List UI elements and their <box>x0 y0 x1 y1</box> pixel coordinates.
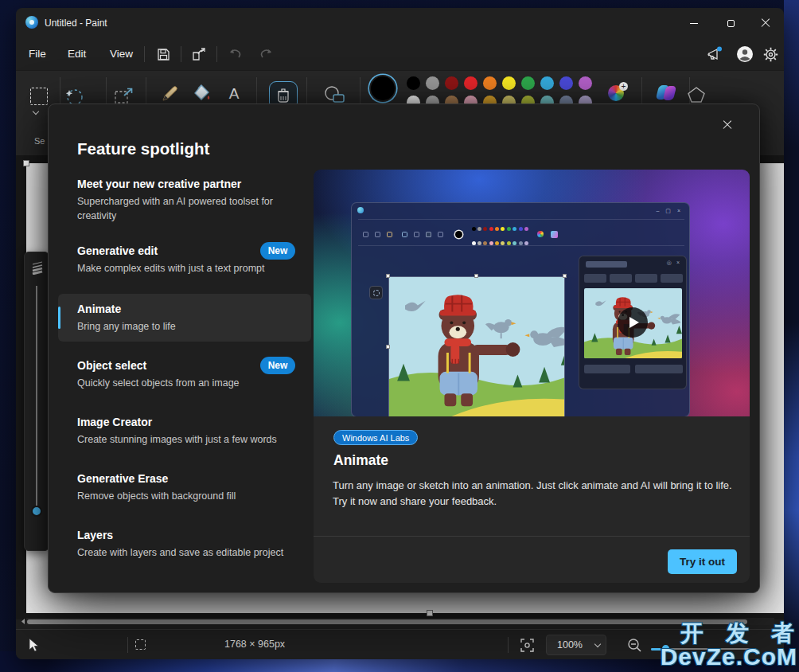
color-swatch[interactable] <box>464 76 477 90</box>
text-tool-icon: A <box>229 85 240 103</box>
try-it-out-button[interactable]: Try it out <box>668 549 737 574</box>
feature-desc: Create with layers and save as editable … <box>77 545 297 560</box>
copilot-icon <box>657 84 676 100</box>
edit-colors-button[interactable] <box>608 85 624 101</box>
pentagon-icon <box>687 86 706 104</box>
watermark-line1: 开 发 者 <box>661 622 799 645</box>
preview-color-dot <box>495 227 499 231</box>
preview-color-dot <box>524 241 528 245</box>
feature-item-object-select[interactable]: Object select Quickly select objects fro… <box>58 359 311 390</box>
shapes-tool[interactable] <box>322 84 347 106</box>
fill-tool[interactable] <box>191 82 213 104</box>
shape-pentagon-tool[interactable] <box>684 84 708 105</box>
size-slider-track[interactable] <box>36 286 37 510</box>
preview-color-dot <box>501 241 505 245</box>
feature-item-creative-partner[interactable]: Meet your new creative partner Superchar… <box>58 178 311 223</box>
zoom-out-button[interactable] <box>627 638 642 653</box>
status-divider <box>127 637 128 653</box>
feature-desc: Bring any image to life <box>77 319 297 334</box>
windows-ai-labs-badge: Windows AI Labs <box>333 430 418 445</box>
account-button[interactable] <box>736 45 754 63</box>
preview-canvas <box>388 276 565 416</box>
maximize-icon <box>727 20 735 27</box>
watermark: 开 发 者 DevZe.CoM <box>661 622 797 669</box>
chevron-down-icon <box>594 640 601 647</box>
paint-app-icon <box>25 16 38 29</box>
menu-divider <box>181 46 181 62</box>
zoom-to-fit-icon[interactable] <box>520 639 534 652</box>
play-button-icon <box>618 307 648 338</box>
menu-bar: File Edit View <box>16 38 784 70</box>
selection-tool[interactable] <box>29 86 49 107</box>
new-badge: New <box>260 357 295 374</box>
canvas-resize-handle-bottom[interactable] <box>427 610 433 616</box>
undo-icon <box>228 48 242 61</box>
cursor-icon <box>28 638 40 653</box>
bear-illustration <box>389 277 565 416</box>
feature-desc: Make complex edits with just a text prom… <box>77 261 297 275</box>
feature-desc: Quickly select objects from an image <box>77 376 297 390</box>
menu-divider <box>144 46 145 62</box>
pencil-icon <box>160 84 179 104</box>
copilot-button[interactable] <box>657 84 676 100</box>
color-swatch[interactable] <box>483 76 497 90</box>
feature-detail-card: – ▢ × <box>314 170 750 583</box>
feature-title: Meet your new creative partner <box>77 178 311 190</box>
hscroll-left-arrow[interactable] <box>20 618 26 625</box>
menu-divider <box>216 46 217 62</box>
feedback-button[interactable] <box>707 45 724 63</box>
save-icon <box>157 48 170 61</box>
text-tool[interactable]: A <box>224 84 244 104</box>
feature-item-animate-selected[interactable]: Animate Bring any image to life <box>58 294 311 342</box>
feature-item-layers[interactable]: Layers Create with layers and save as ed… <box>58 529 311 560</box>
dialog-close-button[interactable] <box>715 112 740 138</box>
hscroll-thumb[interactable] <box>27 619 747 624</box>
preview-color-dot <box>477 227 481 231</box>
zoom-dropdown[interactable]: 100% <box>546 635 606 655</box>
preview-mini-toolbar <box>358 219 684 246</box>
save-button[interactable] <box>154 45 172 63</box>
preview-color-dot <box>483 241 487 245</box>
selection-rect-icon <box>30 88 48 105</box>
color-swatch[interactable] <box>445 76 458 90</box>
size-slider-thumb[interactable] <box>31 506 42 517</box>
megaphone-icon <box>707 46 724 62</box>
menu-view[interactable]: View <box>105 45 138 64</box>
menu-file[interactable]: File <box>24 45 51 64</box>
feature-item-generative-edit[interactable]: Generative edit Make complex edits with … <box>58 244 311 275</box>
preview-color-dot <box>483 227 487 231</box>
stroke-size-icon <box>30 260 45 275</box>
undo-button[interactable] <box>226 45 244 63</box>
color-swatch[interactable] <box>426 76 439 90</box>
shapes-icon <box>322 84 346 105</box>
share-button[interactable] <box>190 45 208 63</box>
feature-desc: Remove objects with background fill <box>77 489 297 503</box>
maximize-button[interactable] <box>712 8 749 38</box>
preview-color-dot <box>513 241 516 245</box>
desktop: Untitled - Paint File Edit View <box>0 0 799 672</box>
preview-color-dot <box>507 227 511 231</box>
color-swatch[interactable] <box>559 76 573 90</box>
detail-description: Turn any image or sketch into an animati… <box>333 478 740 510</box>
canvas-resize-handle-topleft[interactable] <box>23 160 29 166</box>
preview-color-dot <box>472 227 476 231</box>
preview-magic-select-button <box>369 286 383 299</box>
canvas-size-text: 1768 × 965px <box>224 639 285 650</box>
redo-button[interactable] <box>258 45 275 63</box>
preview-color-dot <box>519 227 523 231</box>
menu-edit[interactable]: Edit <box>63 45 91 64</box>
selected-color-swatch[interactable] <box>371 76 395 100</box>
feature-item-image-creator[interactable]: Image Creator Create stunning images wit… <box>58 416 311 447</box>
color-swatch[interactable] <box>521 76 535 90</box>
color-swatch[interactable] <box>579 76 592 90</box>
close-button[interactable] <box>747 8 784 38</box>
feature-item-generative-erase[interactable]: Generative Erase Remove objects with bac… <box>58 472 311 503</box>
minimize-button[interactable] <box>676 8 712 38</box>
preview-color-dot <box>524 227 528 231</box>
selection-dropdown[interactable] <box>33 109 38 114</box>
color-swatch[interactable] <box>407 76 420 90</box>
pencil-tool[interactable] <box>159 83 180 105</box>
settings-button[interactable] <box>762 45 779 63</box>
color-swatch[interactable] <box>540 76 554 90</box>
color-swatch[interactable] <box>502 76 516 90</box>
